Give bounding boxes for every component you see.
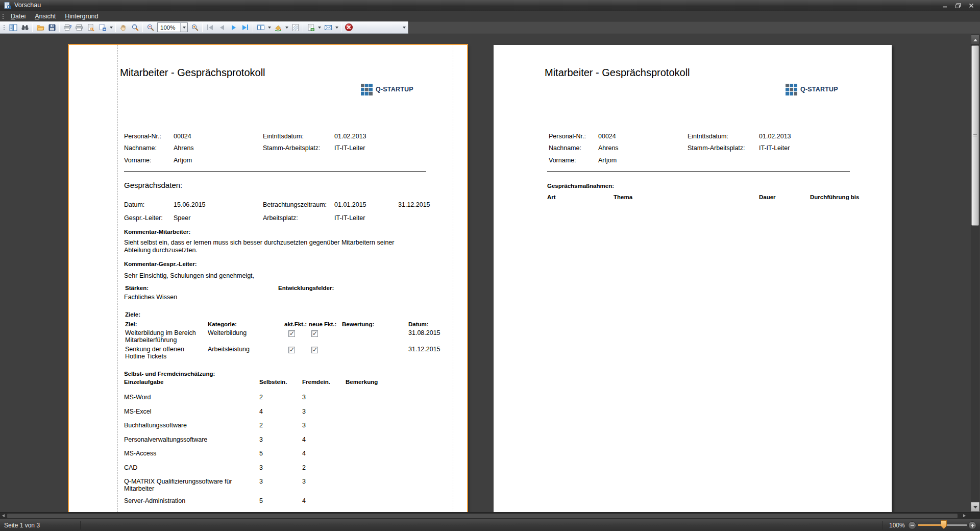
page-2[interactable]: Mitarbeiter - Gesprächsprotokoll Q-START… — [494, 45, 892, 512]
table-cell: 4 — [302, 497, 306, 504]
checkbox-neue-fkt[interactable] — [311, 347, 318, 353]
open-button[interactable] — [34, 22, 46, 33]
scroll-right-icon[interactable] — [963, 514, 966, 517]
field-label: Datum: — [124, 201, 144, 209]
zoom-in-button[interactable] — [968, 521, 976, 529]
toolbar-separator — [202, 23, 203, 32]
export-document-button[interactable] — [305, 22, 316, 33]
app-icon — [4, 2, 12, 10]
quick-print-button[interactable] — [73, 22, 85, 33]
toolbar-row: ? 100% — [0, 21, 980, 34]
scroll-left-icon[interactable] — [2, 514, 5, 517]
field-label: Nachname: — [549, 144, 581, 152]
field-value: Speer — [174, 214, 190, 222]
section-heading: Selbst- und Fremdeinschätzung: — [124, 370, 215, 377]
page-setup-button[interactable] — [85, 22, 96, 33]
page-layout-button[interactable] — [255, 22, 266, 33]
goal-category: Arbeitsleistung — [208, 346, 250, 353]
email-dropdown[interactable] — [334, 22, 339, 33]
export-page-dropdown[interactable] — [108, 22, 114, 33]
field-label: Stamm-Arbeitsplatz: — [263, 144, 321, 152]
vertical-scrollbar[interactable] — [971, 34, 979, 512]
toolbar-overflow-button[interactable] — [401, 22, 407, 33]
watermark-button[interactable] — [289, 22, 301, 33]
field-value: Artjom — [598, 157, 617, 164]
minimize-button[interactable] — [938, 1, 951, 10]
last-page-button[interactable] — [239, 22, 251, 33]
first-page-button[interactable] — [204, 22, 216, 33]
background-color-dropdown[interactable] — [284, 22, 289, 33]
scroll-up-button[interactable] — [971, 35, 979, 44]
background-color-button[interactable] — [272, 22, 284, 33]
pan-button[interactable] — [117, 22, 129, 33]
vertical-scrollbar-thumb[interactable] — [971, 45, 979, 226]
field-value: Ahrens — [174, 144, 194, 152]
table-cell: 2 — [259, 422, 263, 429]
print-dialog-button[interactable]: ? — [61, 22, 73, 33]
table-cell: 2 — [302, 464, 306, 471]
toolbar-grip[interactable] — [3, 24, 5, 31]
table-cell: MS-Word — [124, 394, 256, 401]
column-header: Datum: — [408, 321, 429, 328]
next-page-button[interactable] — [228, 22, 239, 33]
menu-hintergrund[interactable]: Hintergrund — [60, 12, 103, 21]
svg-text:?: ? — [69, 23, 71, 29]
zoom-level-combobox[interactable]: 100% — [157, 22, 188, 32]
close-preview-button[interactable] — [343, 22, 355, 33]
checkbox-neue-fkt[interactable] — [311, 330, 318, 337]
checkbox-akt-fkt[interactable] — [288, 330, 295, 337]
close-button[interactable] — [965, 1, 978, 10]
preview-window: Vorschau Datei Ansicht Hintergrund ? — [0, 0, 980, 531]
table-cell: 3 — [302, 478, 306, 485]
field-label: Gespr.-Leiter: — [124, 214, 163, 222]
zoom-in-button[interactable] — [189, 22, 201, 33]
column-header: Dauer — [759, 194, 776, 201]
company-logo-text: Q-STARTUP — [376, 86, 413, 93]
goal-text: Senkung der offenen Hotline Tickets — [125, 346, 204, 360]
scroll-down-button[interactable] — [971, 502, 979, 512]
column-header: akt.Fkt.: — [284, 321, 307, 328]
field-label: Nachname: — [124, 144, 157, 152]
field-label: Personal-Nr.: — [549, 133, 586, 140]
save-button[interactable] — [46, 22, 58, 33]
column-header: Durchführung bis — [810, 194, 859, 201]
column-header: Selbstein. — [259, 378, 287, 385]
page-1[interactable]: Mitarbeiter - Gesprächsprotokoll Q-START… — [69, 45, 467, 512]
menubar-grip[interactable] — [2, 13, 4, 20]
column-header: Ziel: — [125, 321, 137, 328]
export-document-dropdown[interactable] — [316, 22, 322, 33]
menu-ansicht[interactable]: Ansicht — [30, 12, 60, 21]
zoom-out-button[interactable] — [908, 521, 916, 529]
horizontal-scrollbar-thumb[interactable] — [7, 514, 958, 518]
previous-page-button[interactable] — [216, 22, 228, 33]
column-header: Einzelaufgabe — [124, 378, 163, 385]
table-row: MS-Access54 — [124, 450, 462, 459]
table-row: Q-MATRIX Qualifizierungssoftware für Mit… — [124, 478, 462, 492]
zoom-slider-thumb[interactable] — [941, 520, 947, 529]
comment-text: Sieht selbst ein, dass er lernen muss si… — [124, 239, 410, 254]
export-page-button[interactable] — [96, 22, 108, 33]
toolbar-separator — [59, 23, 60, 32]
table-cell: Server-Administration — [124, 497, 256, 504]
email-button[interactable] — [322, 22, 334, 33]
thumbnails-button[interactable] — [7, 22, 19, 33]
horizontal-scrollbar[interactable] — [0, 512, 980, 519]
menu-datei[interactable]: Datei — [6, 12, 30, 21]
table-cell: 4 — [302, 450, 306, 457]
chevron-down-icon — [183, 27, 186, 29]
table-row: CAD32 — [124, 464, 462, 473]
field-label: Entwicklungsfelder: — [278, 284, 334, 292]
page-layout-dropdown[interactable] — [266, 22, 272, 33]
zoom-level-value: 100% — [158, 25, 180, 31]
field-value: 01.01.2015 — [334, 201, 366, 209]
chevron-down-icon — [110, 27, 113, 29]
checkbox-akt-fkt[interactable] — [288, 347, 295, 353]
zoom-out-button[interactable] — [144, 22, 156, 33]
toolbar-separator — [341, 23, 341, 32]
zoom-combobox-dropdown[interactable] — [180, 23, 187, 32]
zoom-tool-button[interactable] — [129, 22, 141, 33]
first-page-icon — [207, 25, 208, 30]
find-button[interactable] — [19, 22, 31, 33]
restore-button[interactable] — [951, 1, 965, 10]
field-value: IT-IT-Leiter — [759, 144, 790, 152]
